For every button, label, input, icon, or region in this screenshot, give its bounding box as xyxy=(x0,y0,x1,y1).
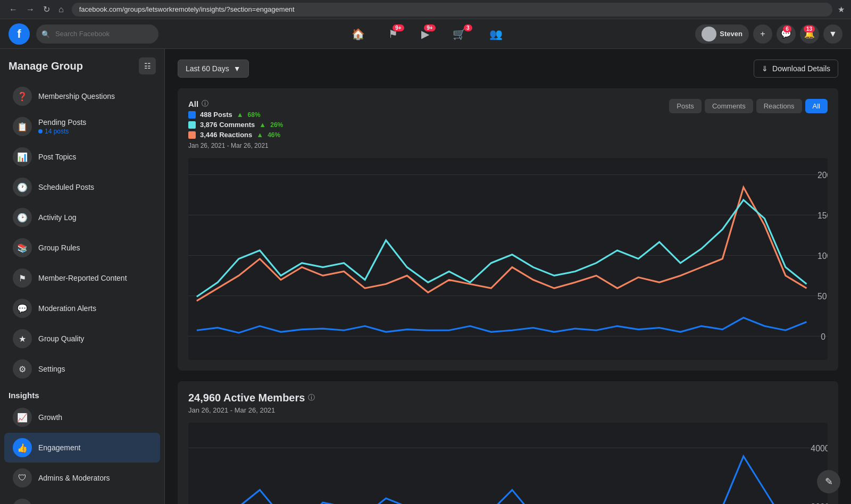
sidebar-item-label: Group Quality xyxy=(38,334,84,343)
sidebar: Manage Group ☷ ❓ Membership Questions 📋 … xyxy=(0,49,165,504)
active-members-header: 24,960 Active Members ⓘ Jan 26, 2021 - M… xyxy=(188,392,828,414)
edit-fab-button[interactable]: ✎ xyxy=(817,470,840,493)
navbar-right: Steven + 💬 6 🔔 13 ▼ xyxy=(695,24,842,44)
svg-text:100: 100 xyxy=(817,251,828,261)
home-button[interactable]: ⌂ xyxy=(56,4,66,15)
sidebar-item-scheduled-posts[interactable]: 🕐 Scheduled Posts xyxy=(4,172,160,202)
svg-text:4000: 4000 xyxy=(811,443,828,452)
chart1-date-range: Jan 26, 2021 - Mar 26, 2021 xyxy=(188,142,283,149)
back-button[interactable]: ← xyxy=(6,4,20,15)
address-bar[interactable] xyxy=(72,3,832,16)
sidebar-item-pending-posts[interactable]: 📋 Pending Posts 14 posts xyxy=(4,112,160,141)
video-nav-icon[interactable]: ▶ 9+ xyxy=(411,23,440,45)
active-members-title: 24,960 Active Members xyxy=(188,392,305,404)
sidebar-item-admins-moderators[interactable]: 🛡 Admins & Moderators xyxy=(4,463,160,493)
engagement-icon: 👍 xyxy=(13,438,32,457)
sidebar-item-membership-questions[interactable]: ❓ Membership Questions xyxy=(4,81,160,111)
forward-button[interactable]: → xyxy=(23,4,37,15)
store-nav-icon[interactable]: 🛒 3 xyxy=(442,23,477,45)
browser-actions: ★ xyxy=(838,5,845,14)
notifications-icon[interactable]: 🔔 13 xyxy=(800,24,819,44)
settings-icon: ⚙ xyxy=(13,359,32,379)
sidebar-item-member-reported[interactable]: ⚑ Member-Reported Content xyxy=(4,263,160,293)
sidebar-item-engagement[interactable]: 👍 Engagement xyxy=(4,433,160,463)
sidebar-item-label: Admins & Moderators xyxy=(38,474,110,482)
sidebar-item-settings[interactable]: ⚙ Settings xyxy=(4,354,160,384)
reload-button[interactable]: ↻ xyxy=(40,3,53,15)
reactions-color xyxy=(188,131,196,139)
chart-title-row: All ⓘ xyxy=(188,99,283,108)
posts-change: 68% xyxy=(248,111,261,119)
chart-info-icon[interactable]: ⓘ xyxy=(202,99,208,108)
user-menu-button[interactable]: Steven xyxy=(695,24,749,44)
sidebar-item-group-quality[interactable]: ★ Group Quality xyxy=(4,324,160,354)
browser-nav-buttons: ← → ↻ ⌂ xyxy=(6,3,66,15)
sidebar-item-label: Growth xyxy=(38,413,62,422)
svg-text:0: 0 xyxy=(821,332,825,341)
sidebar-item-label: Engagement xyxy=(38,443,80,452)
facebook-navbar: f 🔍 🏠 ⚑ 9+ ▶ 9+ 🛒 3 👥 Steven + 💬 6 🔔 xyxy=(0,19,851,49)
moderation-alerts-icon: 💬 xyxy=(13,299,32,318)
sidebar-item-membership[interactable]: 👥 Membership xyxy=(4,493,160,504)
groups-nav-icon[interactable]: 👥 xyxy=(479,23,513,45)
home-nav-icon[interactable]: 🏠 xyxy=(341,23,376,45)
filter-reactions-button[interactable]: Reactions xyxy=(756,99,802,113)
chart-left: All ⓘ 488 Posts ▲ 68% 3,876 Comments xyxy=(188,99,283,149)
active-members-info-icon[interactable]: ⓘ xyxy=(308,393,315,402)
sidebar-item-label: Post Topics xyxy=(38,153,76,161)
post-topics-icon: 📊 xyxy=(13,147,32,166)
active-members-title-row: 24,960 Active Members ⓘ xyxy=(188,392,315,404)
content-header: Last 60 Days ▼ ⇓ Download Details xyxy=(178,60,838,78)
main-layout: Manage Group ☷ ❓ Membership Questions 📋 … xyxy=(0,49,851,504)
search-wrapper: 🔍 xyxy=(36,24,158,44)
svg-text:50: 50 xyxy=(817,292,827,301)
sidebar-collapse-button[interactable]: ☷ xyxy=(139,57,156,74)
legend-reactions: 3,446 Reactions ▲ 46% xyxy=(188,131,283,139)
user-name: Steven xyxy=(720,30,742,38)
admins-icon: 🛡 xyxy=(13,468,32,488)
sidebar-item-label: Pending Posts xyxy=(38,118,86,127)
sidebar-item-label: Scheduled Posts xyxy=(38,183,94,191)
chart-legend: 488 Posts ▲ 68% 3,876 Comments ▲ 26% xyxy=(188,111,283,139)
posts-color xyxy=(188,111,196,119)
nav-icons: 🏠 ⚑ 9+ ▶ 9+ 🛒 3 👥 xyxy=(165,23,689,45)
store-badge: 3 xyxy=(464,24,472,31)
menu-icon[interactable]: ▼ xyxy=(823,24,842,44)
pending-posts-count: 14 posts xyxy=(38,128,86,135)
download-details-button[interactable]: ⇓ Download Details xyxy=(754,60,838,78)
messenger-badge: 6 xyxy=(783,26,791,32)
browser-bar: ← → ↻ ⌂ ★ xyxy=(0,0,851,19)
filter-posts-button[interactable]: Posts xyxy=(669,99,702,113)
filter-all-button[interactable]: All xyxy=(805,99,828,113)
reactions-change: 46% xyxy=(268,131,280,139)
flag-nav-icon[interactable]: ⚑ 9+ xyxy=(378,23,408,45)
svg-text:200: 200 xyxy=(817,171,828,180)
active-members-date: Jan 26, 2021 - Mar 26, 2021 xyxy=(188,406,315,414)
sidebar-item-group-rules[interactable]: 📚 Group Rules xyxy=(4,233,160,263)
messenger-icon[interactable]: 💬 6 xyxy=(777,24,796,44)
sidebar-item-moderation-alerts[interactable]: 💬 Moderation Alerts xyxy=(4,293,160,323)
filter-comments-button[interactable]: Comments xyxy=(705,99,753,113)
sidebar-item-post-topics[interactable]: 📊 Post Topics xyxy=(4,142,160,172)
search-input[interactable] xyxy=(36,24,158,44)
comments-change: 26% xyxy=(270,121,283,129)
content-area: Last 60 Days ▼ ⇓ Download Details All ⓘ xyxy=(165,49,851,504)
bookmark-icon[interactable]: ★ xyxy=(838,5,845,14)
reactions-arrow: ▲ xyxy=(256,131,263,139)
sidebar-header: Manage Group ☷ xyxy=(0,57,164,81)
sidebar-title: Manage Group xyxy=(9,60,83,72)
download-label: Download Details xyxy=(772,64,830,73)
group-quality-icon: ★ xyxy=(13,329,32,348)
notifications-badge: 13 xyxy=(804,26,815,32)
sidebar-item-growth[interactable]: 📈 Growth xyxy=(4,402,160,432)
chart-title: All xyxy=(188,99,198,108)
sidebar-item-label: Membership Questions xyxy=(38,92,115,100)
comments-value: 3,876 Comments xyxy=(200,121,255,129)
engagement-chart-container: 200 150 100 50 0 xyxy=(188,158,828,360)
sidebar-item-activity-log[interactable]: 🕑 Activity Log xyxy=(4,203,160,232)
date-filter-button[interactable]: Last 60 Days ▼ xyxy=(178,60,249,78)
sidebar-item-label: Moderation Alerts xyxy=(38,304,96,313)
chevron-down-icon: ▼ xyxy=(233,64,241,73)
facebook-logo: f xyxy=(9,23,30,45)
add-button[interactable]: + xyxy=(753,24,772,44)
